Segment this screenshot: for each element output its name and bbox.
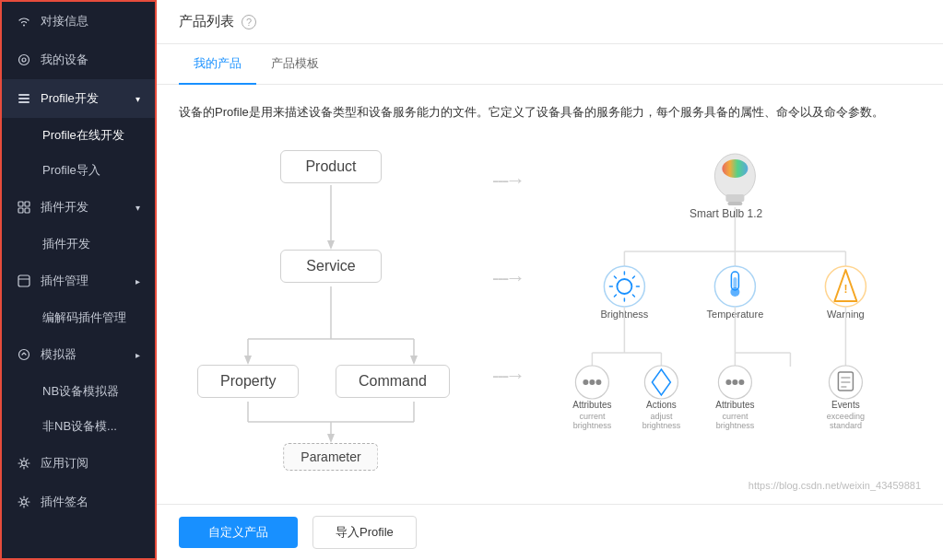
service-label: Service [280,250,382,283]
main-content: 产品列表 ? 我的产品 产品模板 设备的Profile是用来描述设备类型和设备服… [157,0,943,560]
device-icon [17,52,31,67]
svg-text:current: current [723,412,749,421]
svg-text:exceeding: exceeding [827,412,865,421]
svg-point-30 [723,159,749,178]
svg-point-68 [596,379,602,385]
svg-text:standard: standard [830,421,862,430]
svg-rect-7 [18,208,23,213]
page-header: 产品列表 ? [157,0,943,44]
arrows-middle: - - -→ - - -→ - - -→ [483,141,531,491]
svg-point-11 [22,461,27,466]
sidebar-item-app-subscribe[interactable]: 应用订阅 [2,444,155,483]
main-body: 设备的Profile是用来描述设备类型和设备服务能力的文件。它定义了设备具备的服… [157,85,943,504]
sidebar-item-simulator[interactable]: 模拟器 ▸ [2,335,155,374]
svg-rect-8 [25,208,29,213]
arrow-mid: - - -→ [492,266,522,290]
import-button[interactable]: 导入Profile [312,516,417,549]
svg-text:Attributes: Attributes [715,400,754,410]
hierarchy-connectors [179,141,483,472]
description-text: 设备的Profile是用来描述设备类型和设备服务能力的文件。它定义了设备具备的服… [179,103,921,122]
plugin-dev-arrow: ▾ [136,203,140,213]
sidebar-label-simulator: 模拟器 [41,346,77,363]
profile-dev-arrow: ▾ [136,94,140,104]
svg-marker-18 [244,356,252,365]
svg-rect-3 [18,98,29,99]
device-name: Smart Bulb 1.2 [690,207,762,220]
svg-point-10 [19,350,29,360]
svg-text:brightness: brightness [716,421,755,430]
sidebar-item-connect-info[interactable]: 对接信息 [2,2,155,41]
svg-point-78 [726,379,732,385]
svg-text:current: current [580,412,607,421]
sidebar-label-profile-dev: Profile开发 [41,90,99,107]
help-icon[interactable]: ? [242,15,256,29]
svg-point-80 [739,379,745,385]
svg-text:!: ! [844,283,848,296]
sidebar-item-plugin-mgmt[interactable]: 插件管理 ▸ [2,262,155,300]
product-label: Product [280,150,382,183]
sidebar-label-plugin-sign: 插件签名 [41,494,88,510]
device-diagram-svg: Brightness Temperature ! Warning [531,141,921,491]
sidebar-sub-item-decode-plugin[interactable]: 编解码插件管理 [2,300,155,335]
sidebar-sub-item-nb-sim[interactable]: NB设备模拟器 [2,374,155,409]
left-hierarchy: Product Service Property Command Paramet… [179,141,483,472]
svg-rect-50 [734,277,737,288]
svg-rect-5 [18,202,23,206]
product-box: Product [280,150,382,183]
right-diagram: Brightness Temperature ! Warning [531,141,921,491]
svg-point-66 [583,379,589,385]
parameter-label: Parameter [283,443,378,471]
tabs-bar: 我的产品 产品模板 [157,44,943,85]
svg-text:brightness: brightness [642,421,681,430]
list-icon [17,91,31,106]
svg-point-0 [19,55,29,65]
svg-point-67 [590,379,595,385]
sidebar-label-app-subscribe: 应用订阅 [41,455,88,472]
svg-marker-14 [327,240,335,250]
diagram-container: Product Service Property Command Paramet… [179,141,921,491]
sidebar-sub-item-non-nb-sim[interactable]: 非NB设备模... [2,409,155,444]
svg-marker-20 [410,356,418,365]
page-title: 产品列表 [179,13,234,30]
customize-button[interactable]: 自定义产品 [179,517,298,548]
sidebar-sub-item-profile-import[interactable]: Profile导入 [2,153,155,188]
svg-point-12 [22,500,27,505]
arrow-top: - - -→ [492,169,522,192]
box-icon [17,274,31,288]
svg-rect-2 [18,94,29,96]
sidebar-item-plugin-dev[interactable]: 插件开发 ▾ [2,188,155,227]
simulator-arrow: ▸ [136,350,140,360]
tab-my-products[interactable]: 我的产品 [179,44,256,85]
sidebar-label-my-devices: 我的设备 [41,52,88,68]
sidebar-label-plugin-mgmt: 插件管理 [41,273,88,289]
svg-point-1 [22,58,26,62]
service-box: Service [280,250,382,283]
svg-text:brightness: brightness [573,421,612,430]
sidebar-sub-item-profile-online[interactable]: Profile在线开发 [2,118,155,153]
bottom-bar: 自定义产品 导入Profile [157,504,943,560]
svg-text:Actions: Actions [646,400,677,410]
command-box: Command [336,365,450,398]
bulb-group [715,154,756,205]
svg-rect-4 [18,101,29,103]
parameter-box: Parameter [283,443,378,471]
svg-text:Attributes: Attributes [572,400,611,410]
sidebar: 对接信息 我的设备 Profile开发 ▾ Profile在线开发 Profil… [0,0,157,560]
tab-product-templates[interactable]: 产品模板 [256,44,334,85]
svg-text:Events: Events [831,400,860,410]
wifi-icon [17,14,31,29]
svg-text:adjust: adjust [651,412,674,421]
gear2-icon [17,495,31,509]
property-box: Property [197,365,299,398]
property-label: Property [197,365,299,398]
svg-marker-26 [327,434,335,443]
sidebar-item-plugin-sign[interactable]: 插件签名 [2,483,155,521]
arrow-bottom: - - -→ [492,364,522,388]
svg-rect-28 [726,194,745,202]
sidebar-item-profile-dev[interactable]: Profile开发 ▾ [2,79,155,118]
sidebar-sub-item-plugin-dev[interactable]: 插件开发 [2,227,155,262]
svg-point-72 [645,366,678,399]
plugin-mgmt-arrow: ▸ [136,276,140,286]
sidebar-item-my-devices[interactable]: 我的设备 [2,41,155,79]
svg-rect-6 [25,202,29,206]
